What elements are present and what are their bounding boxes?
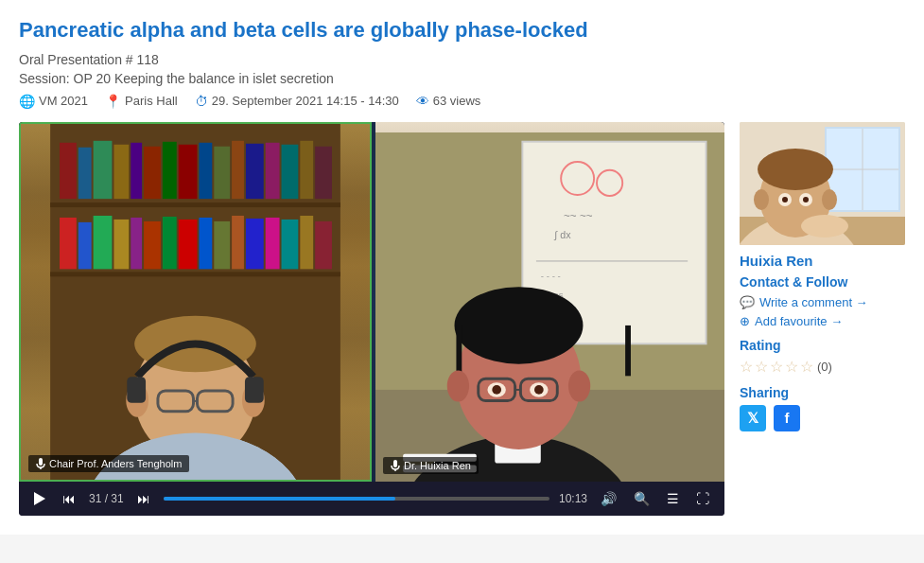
add-favourite-link[interactable]: ⊕ Add favourite →	[740, 314, 905, 328]
meta-event: 🌐 VM 2021	[19, 94, 88, 109]
globe-icon: 🌐	[19, 94, 35, 109]
meta-location: 📍 Paris Hall	[105, 94, 178, 109]
presenter-name-tag: Dr. Huixia Ren	[383, 457, 479, 474]
svg-rect-27	[199, 218, 212, 269]
progress-bar[interactable]	[164, 497, 549, 501]
svg-rect-14	[266, 142, 280, 198]
right-panel: Huixia Ren Contact & Follow 💬 Write a co…	[740, 122, 905, 431]
svg-rect-2	[60, 142, 77, 198]
svg-rect-9	[179, 144, 198, 198]
location-icon: 📍	[105, 94, 121, 109]
svg-rect-3	[78, 147, 92, 198]
svg-rect-17	[315, 146, 332, 198]
star-2[interactable]: ☆	[755, 358, 768, 376]
skip-back-button[interactable]: ⏮	[59, 489, 79, 508]
svg-rect-28	[214, 220, 230, 268]
rating-heading: Rating	[740, 338, 905, 353]
svg-rect-68	[625, 325, 631, 376]
star-3[interactable]: ☆	[770, 358, 783, 376]
svg-rect-8	[163, 141, 177, 198]
svg-point-70	[568, 370, 590, 401]
svg-point-69	[447, 370, 469, 401]
svg-text:∫ dx: ∫ dx	[553, 228, 571, 240]
volume-button[interactable]: 🔊	[597, 489, 620, 508]
participant-right: ~~ ~~ ∫ dx - - - - notes	[375, 122, 724, 482]
presenter-name: Huixia Ren	[740, 253, 905, 269]
svg-rect-19	[60, 218, 77, 269]
play-button[interactable]	[30, 490, 49, 507]
svg-rect-34	[315, 220, 332, 268]
person-right-bg: ~~ ~~ ∫ dx - - - - notes	[375, 122, 724, 482]
svg-rect-20	[78, 221, 92, 268]
slide-counter: 31 / 31	[89, 492, 124, 505]
star-rating[interactable]: ☆ ☆ ☆ ☆ ☆ (0)	[740, 358, 905, 376]
facebook-button[interactable]: f	[774, 405, 800, 431]
star-5[interactable]: ☆	[800, 358, 813, 376]
progress-fill	[164, 497, 395, 501]
menu-button[interactable]: ☰	[663, 489, 683, 508]
svg-rect-4	[94, 140, 113, 198]
svg-rect-35	[50, 272, 340, 276]
skip-back-icon: ⏮	[62, 491, 76, 506]
svg-rect-10	[199, 142, 212, 198]
page-title: Pancreatic alpha and beta cells are glob…	[19, 17, 905, 44]
participant-left: Chair Prof. Anders Tengholm	[19, 122, 372, 482]
search-button[interactable]: 🔍	[630, 489, 654, 508]
svg-text:~~ ~~: ~~ ~~	[564, 209, 593, 221]
fullscreen-button[interactable]: ⛶	[692, 489, 713, 508]
svg-rect-67	[456, 325, 462, 376]
svg-rect-26	[179, 220, 198, 269]
meta-datetime: ⏱ 29. September 2021 14:15 - 14:30	[195, 94, 399, 109]
svg-rect-48	[39, 458, 43, 466]
comment-icon: 💬	[740, 295, 755, 309]
skip-forward-button[interactable]: ⏭	[133, 489, 154, 508]
volume-icon: 🔊	[601, 491, 617, 506]
svg-point-91	[822, 189, 837, 210]
svg-rect-31	[266, 218, 280, 269]
session-info: Session: OP 20 Keeping the balance in is…	[19, 71, 905, 86]
svg-rect-32	[282, 220, 299, 269]
sharing-heading: Sharing	[740, 385, 905, 400]
skip-forward-icon: ⏭	[137, 491, 150, 506]
svg-point-76	[492, 385, 501, 395]
main-content: Chair Prof. Anders Tengholm	[19, 122, 905, 516]
svg-rect-30	[246, 219, 264, 269]
svg-rect-25	[163, 217, 177, 269]
contact-heading: Contact & Follow	[740, 274, 905, 290]
svg-rect-5	[113, 144, 129, 198]
twitter-button[interactable]: 𝕏	[740, 405, 766, 431]
svg-rect-18	[50, 202, 340, 207]
svg-point-96	[801, 215, 848, 238]
clock-icon: ⏱	[195, 94, 208, 109]
svg-rect-22	[113, 220, 129, 269]
star-1[interactable]: ☆	[740, 358, 753, 376]
menu-icon: ☰	[667, 491, 679, 506]
svg-rect-78	[393, 460, 397, 467]
svg-point-77	[534, 385, 544, 395]
svg-rect-29	[232, 216, 244, 269]
chair-name-tag: Chair Prof. Anders Tengholm	[28, 455, 189, 472]
meta-views: 👁 63 views	[416, 94, 481, 109]
star-4[interactable]: ☆	[785, 358, 798, 376]
social-icons: 𝕏 f	[740, 405, 905, 431]
participants-area: Chair Prof. Anders Tengholm	[19, 122, 724, 482]
svg-point-95	[803, 197, 809, 202]
svg-text:- - - -: - - - -	[541, 271, 561, 281]
svg-rect-24	[144, 220, 161, 268]
progress-container[interactable]	[164, 497, 549, 501]
svg-rect-6	[131, 142, 142, 198]
play-icon	[34, 492, 45, 505]
time-display: 10:13	[559, 492, 587, 505]
presentation-number: Oral Presentation # 118	[19, 52, 905, 67]
svg-rect-46	[245, 377, 264, 403]
write-comment-link[interactable]: 💬 Write a comment →	[740, 295, 905, 309]
rating-count: (0)	[817, 360, 832, 374]
svg-rect-11	[214, 146, 230, 198]
mic-icon-right	[391, 460, 400, 471]
svg-point-89	[758, 149, 833, 190]
mic-icon	[36, 458, 45, 469]
meta-row: 🌐 VM 2021 📍 Paris Hall ⏱ 29. September 2…	[19, 94, 905, 109]
fullscreen-icon: ⛶	[696, 491, 709, 506]
video-frame[interactable]: Chair Prof. Anders Tengholm	[19, 122, 724, 482]
favourite-icon: ⊕	[740, 314, 750, 328]
